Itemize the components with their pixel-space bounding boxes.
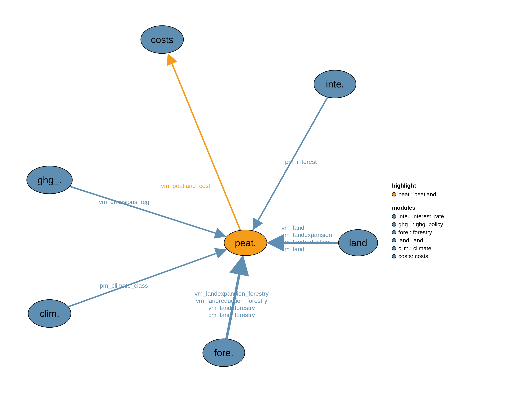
edge-label: vm_emissions_reg bbox=[99, 198, 149, 205]
edge-ghg-peat bbox=[70, 186, 225, 236]
node-label: fore. bbox=[214, 347, 233, 358]
edge-label: vm_landexpansion bbox=[281, 231, 332, 238]
legend-dot-icon bbox=[392, 222, 396, 227]
legend-item-label: peat.: peatland bbox=[398, 190, 436, 198]
node-label: clim. bbox=[40, 308, 59, 319]
legend-item-label: land: land bbox=[398, 236, 423, 244]
diagram-svg: costsinte.ghg_.peat.landclim.fore. vm_pe… bbox=[0, 0, 532, 399]
edge-label: pm_climate_class bbox=[100, 282, 148, 289]
legend-highlight: highlight peat.: peatland bbox=[392, 182, 444, 198]
legend-modules: modules inte.: interest_rate ghg_.: ghg_… bbox=[392, 204, 444, 260]
node-inte: inte. bbox=[314, 70, 356, 98]
edge-label: cm_land bbox=[281, 246, 304, 252]
node-label: inte. bbox=[326, 79, 344, 89]
node-label: peat. bbox=[235, 237, 256, 248]
edge-label: vm_land_forestry bbox=[209, 304, 255, 311]
legend-dot-icon bbox=[392, 230, 396, 234]
node-costs: costs bbox=[141, 26, 184, 53]
legend-item: land: land bbox=[392, 236, 444, 244]
legend-item: ghg_.: ghg_policy bbox=[392, 220, 444, 228]
edge-label: pm_interest bbox=[285, 158, 317, 165]
edge-label: vm_landreduction_forestry bbox=[196, 297, 267, 304]
legend-dot-icon bbox=[392, 214, 396, 219]
legend-item: inte.: interest_rate bbox=[392, 212, 444, 220]
legend-highlight-title: highlight bbox=[392, 182, 444, 190]
legend-item: clim.: climate bbox=[392, 244, 444, 252]
legend-item: fore.: forestry bbox=[392, 228, 444, 236]
edge-label: vm_land bbox=[281, 224, 304, 231]
node-label: costs bbox=[151, 34, 173, 45]
legend-item: peat.: peatland bbox=[392, 190, 444, 198]
edge-peat-costs bbox=[168, 54, 240, 230]
legend-item-label: costs: costs bbox=[398, 252, 428, 260]
node-ghg: ghg_. bbox=[27, 166, 72, 194]
node-label: ghg_. bbox=[38, 175, 62, 185]
legend-item-label: inte.: interest_rate bbox=[398, 212, 444, 220]
legend-modules-title: modules bbox=[392, 204, 444, 212]
legend-dot-icon bbox=[392, 254, 396, 259]
edge-label: vm_peatland_cost bbox=[161, 182, 210, 189]
edge-label: vm_landreduction bbox=[281, 239, 329, 245]
module-dependency-diagram: costsinte.ghg_.peat.landclim.fore. vm_pe… bbox=[0, 0, 532, 399]
legend-dot-icon bbox=[392, 246, 396, 250]
node-peat: peat. bbox=[224, 230, 267, 256]
edge-label: cm_land_forestry bbox=[209, 311, 255, 318]
legend-item: costs: costs bbox=[392, 252, 444, 260]
node-clim: clim. bbox=[28, 300, 71, 327]
node-label: land bbox=[349, 237, 367, 248]
edge-label: vm_landexpansion_forestry bbox=[195, 290, 269, 297]
node-land: land bbox=[339, 230, 378, 256]
legend: highlight peat.: peatland modules inte.:… bbox=[392, 182, 444, 266]
legend-item-label: clim.: climate bbox=[398, 244, 431, 252]
legend-dot-icon bbox=[392, 192, 396, 196]
legend-item-label: fore.: forestry bbox=[398, 228, 432, 236]
legend-item-label: ghg_.: ghg_policy bbox=[398, 220, 443, 228]
node-fore: fore. bbox=[203, 339, 245, 367]
legend-dot-icon bbox=[392, 238, 396, 242]
